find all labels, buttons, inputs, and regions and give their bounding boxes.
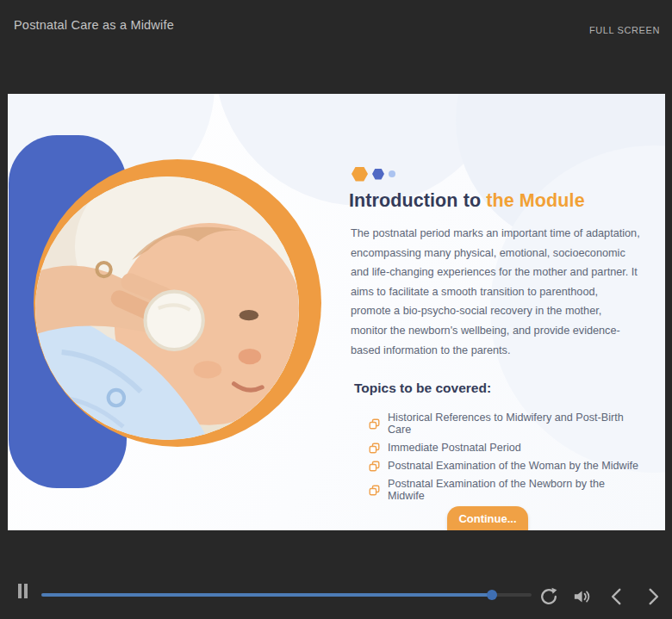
copy-icon [369, 461, 380, 472]
volume-button[interactable] [570, 585, 593, 608]
prev-button[interactable] [606, 585, 628, 608]
player-bar [0, 530, 672, 619]
topic-item: Postnatal Examination of the Woman by th… [369, 460, 642, 472]
chevron-right-icon [642, 585, 664, 608]
topic-item: Immediate Postnatal Period [369, 442, 642, 454]
chevron-left-icon [606, 585, 628, 608]
fullscreen-button[interactable]: FULL SCREEN [584, 24, 665, 36]
slide-content: Introduction to the Module The postnatal… [349, 166, 642, 508]
copy-icon [369, 485, 380, 496]
topic-item: Historical References to Midwifery and P… [369, 412, 642, 436]
seek-bar[interactable] [41, 593, 532, 597]
orange-hexagon-icon [352, 167, 368, 182]
seek-handle[interactable] [487, 590, 497, 600]
topics-heading: Topics to be covered: [354, 381, 642, 396]
continue-button[interactable]: Continue... [447, 506, 528, 530]
progress-fill [41, 593, 492, 597]
copy-icon [369, 418, 380, 430]
slide-photo [35, 176, 299, 440]
heading-prefix: Introduction to [349, 190, 481, 211]
slide-heading: Introduction to the Module [349, 190, 642, 212]
copy-icon [369, 443, 380, 454]
volume-icon [570, 585, 593, 608]
topics-list: Historical References to Midwifery and P… [349, 412, 642, 502]
topic-label: Postnatal Examination of the Woman by th… [388, 460, 638, 472]
pause-icon [18, 584, 22, 598]
replay-icon [538, 585, 560, 608]
light-blue-dot-icon [389, 170, 395, 177]
topic-item: Postnatal Examination of the Newborn by … [369, 478, 642, 502]
blue-hexagon-icon [372, 169, 384, 180]
slide-stage: Introduction to the Module The postnatal… [8, 94, 665, 530]
heading-highlight: the Module [486, 190, 584, 211]
decor-shape-row [352, 166, 642, 182]
pause-button[interactable] [16, 584, 29, 601]
replay-button[interactable] [538, 585, 560, 608]
topic-label: Postnatal Examination of the Newborn by … [388, 478, 642, 502]
next-button[interactable] [642, 585, 664, 608]
topic-label: Historical References to Midwifery and P… [388, 412, 642, 436]
topic-label: Immediate Postnatal Period [388, 442, 521, 454]
pause-icon [24, 584, 28, 598]
baby-photo-illustration [35, 176, 299, 440]
course-player: Postnatal Care as a Midwife FULL SCREEN [0, 0, 672, 619]
slide-body-text: The postnatal period marks an important … [351, 224, 640, 360]
course-title: Postnatal Care as a Midwife [14, 18, 174, 32]
